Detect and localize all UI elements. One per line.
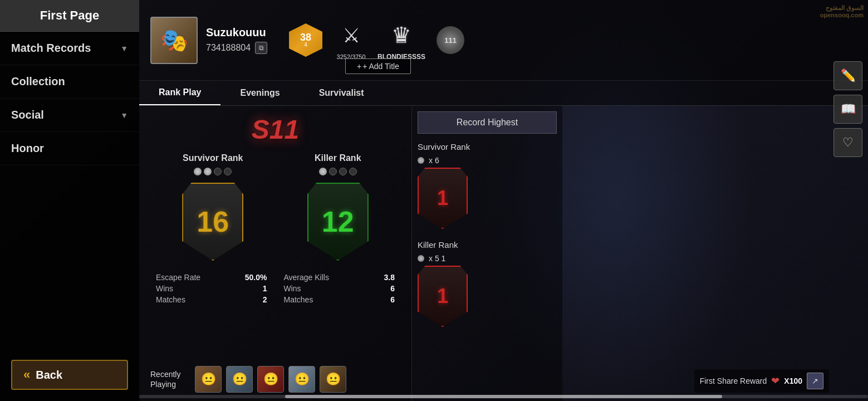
sidebar: First Page Match Records ▼ Collection So… bbox=[0, 0, 139, 401]
right-panel: Record Highest Survivor Rank x 6 1 Kille… bbox=[412, 106, 562, 401]
survivor-rank-dots bbox=[194, 168, 232, 175]
record-killer-x-row: x 5 1 bbox=[418, 254, 557, 263]
survivor-emblem: 16 bbox=[179, 180, 246, 263]
record-killer-emblem: 1 bbox=[418, 266, 468, 327]
avg-kills-value: 3.8 bbox=[384, 273, 395, 282]
main-content: S11 Survivor Rank 16 bbox=[139, 106, 868, 401]
stats-group: Escape Rate 50.0% Wins 1 Matches 2 Avera… bbox=[156, 272, 395, 305]
record-dot-killer bbox=[418, 255, 424, 262]
player-avatars: 😐 😐 😐 😐 😐 bbox=[195, 366, 346, 393]
survivor-wins-label: Wins bbox=[156, 284, 173, 293]
survivor-wins-value: 1 bbox=[263, 284, 267, 293]
heart-icon-button[interactable]: ♡ bbox=[833, 128, 862, 157]
killer-emblem: 12 bbox=[305, 180, 371, 263]
survivor-matches-value: 2 bbox=[263, 295, 267, 304]
record-survivor-section: Survivor Rank x 6 1 bbox=[418, 142, 557, 229]
stone-badge: 111 bbox=[437, 26, 464, 54]
list-item[interactable]: 😐 bbox=[257, 366, 284, 393]
record-highest-button[interactable]: Record Highest bbox=[418, 111, 557, 134]
dot-3 bbox=[214, 168, 222, 175]
left-panel: S11 Survivor Rank 16 bbox=[139, 106, 412, 401]
escape-rate-value: 50.0% bbox=[245, 273, 267, 282]
recently-playing-label: RecentlyPlaying bbox=[150, 369, 189, 389]
xp-bar-container: ⚔ bbox=[336, 21, 366, 51]
ranks-row: Survivor Rank 16 Killer Rank bbox=[139, 148, 411, 269]
sidebar-item-match-records[interactable]: Match Records ▼ bbox=[0, 32, 139, 65]
back-button[interactable]: « Back bbox=[11, 360, 128, 390]
player-id-row: 734188804 ⧉ bbox=[206, 42, 267, 54]
dot-1 bbox=[194, 168, 202, 175]
dot-2 bbox=[204, 168, 212, 175]
kdot-3 bbox=[339, 168, 347, 175]
list-item[interactable]: 😐 bbox=[226, 366, 253, 393]
kdot-2 bbox=[329, 168, 337, 175]
killer-emblem-wrapper: 12 bbox=[305, 180, 371, 263]
chevron-down-icon-social: ▼ bbox=[120, 111, 128, 120]
survivor-emblem-bg: 16 bbox=[182, 183, 243, 261]
pencil-icon-button[interactable]: ✏️ bbox=[833, 61, 862, 90]
level-sub: 4 bbox=[304, 42, 307, 48]
survivor-wins-row: Wins 1 bbox=[156, 283, 267, 294]
stone-badge-container: 111 bbox=[437, 26, 464, 54]
killer-rank-dots bbox=[319, 168, 357, 175]
survivor-rank-label: Survivor Rank bbox=[183, 153, 243, 163]
level-hexagon: 38 4 bbox=[289, 23, 322, 57]
record-dot-survivor bbox=[418, 157, 424, 164]
top-bar: 🎭 Suzukouuu 734188804 ⧉ 38 4 ⚔ 3252/3750… bbox=[139, 0, 868, 81]
killer-rank-label: Killer Rank bbox=[315, 153, 361, 163]
share-arrow-button[interactable]: ↗ bbox=[807, 373, 823, 389]
scroll-thumb bbox=[285, 395, 722, 398]
sidebar-item-collection[interactable]: Collection bbox=[0, 65, 139, 99]
killer-matches-value: 6 bbox=[390, 295, 395, 304]
stats-section: Escape Rate 50.0% Wins 1 Matches 2 Avera… bbox=[139, 269, 411, 308]
survivor-emblem-wrapper: 16 bbox=[179, 180, 246, 263]
record-survivor-x: x 6 bbox=[429, 156, 439, 165]
player-id: 734188804 bbox=[206, 43, 251, 53]
record-killer-x: x 5 1 bbox=[429, 254, 445, 263]
right-icons: ✏️ 📖 ♡ bbox=[833, 61, 862, 157]
tab-survivalist[interactable]: Survivalist bbox=[300, 81, 384, 105]
escape-rate-label: Escape Rate bbox=[156, 273, 200, 282]
survivor-rank-section: Survivor Rank 16 bbox=[179, 153, 246, 263]
sidebar-item-honor[interactable]: Honor bbox=[0, 132, 139, 165]
killer-emblem-bg: 12 bbox=[307, 183, 369, 261]
player-info: Suzukouuu 734188804 ⧉ bbox=[206, 26, 267, 54]
survivor-matches-label: Matches bbox=[156, 295, 185, 304]
survivor-rank-number: 16 bbox=[197, 205, 229, 238]
kdot-1 bbox=[319, 168, 327, 175]
tab-rank-play[interactable]: Rank Play bbox=[139, 81, 220, 105]
rank-badge: ♛ BLONDIESSSS bbox=[377, 20, 425, 61]
killer-rank-number: 12 bbox=[322, 205, 354, 238]
badges-area: 38 4 ⚔ 3252/3750 ♛ BLONDIESSSS 111 bbox=[287, 20, 464, 61]
list-item[interactable]: 😐 bbox=[288, 366, 315, 393]
heart-icon: ❤ bbox=[771, 375, 779, 387]
copy-id-button[interactable]: ⧉ bbox=[255, 42, 267, 54]
stone-number: 111 bbox=[444, 36, 457, 45]
nav-tabs: Rank Play Evenings Survivalist bbox=[139, 81, 868, 106]
sidebar-first-page[interactable]: First Page bbox=[0, 0, 139, 32]
back-arrow-icon: « bbox=[23, 368, 30, 382]
record-survivor-x-row: x 6 bbox=[418, 156, 557, 165]
killer-matches-row: Matches 6 bbox=[284, 294, 395, 305]
add-title-button[interactable]: + + Add Title bbox=[345, 58, 411, 74]
record-killer-section: Killer Rank x 5 1 1 bbox=[418, 240, 557, 327]
xp-bar-icon: ⚔ bbox=[342, 24, 360, 47]
share-reward-label: First Share Reward bbox=[700, 376, 767, 385]
survivor-stats-col: Escape Rate 50.0% Wins 1 Matches 2 bbox=[156, 272, 267, 305]
book-icon-button[interactable]: 📖 bbox=[833, 95, 862, 124]
player-name: Suzukouuu bbox=[206, 26, 267, 39]
kdot-4 bbox=[349, 168, 357, 175]
dot-4 bbox=[224, 168, 232, 175]
killer-wins-value: 6 bbox=[390, 284, 395, 293]
list-item[interactable]: 😐 bbox=[195, 366, 222, 393]
record-survivor-rank-num: 1 bbox=[437, 187, 448, 210]
killer-rank-section: Killer Rank 12 bbox=[305, 153, 371, 263]
scroll-bar[interactable] bbox=[139, 395, 868, 398]
list-item[interactable]: 😐 bbox=[320, 366, 346, 393]
killer-wins-label: Wins bbox=[284, 284, 301, 293]
record-killer-label: Killer Rank bbox=[418, 240, 557, 250]
tab-evenings[interactable]: Evenings bbox=[220, 81, 299, 105]
share-reward: First Share Reward ❤ X100 ↗ bbox=[694, 369, 829, 393]
sidebar-item-social[interactable]: Social ▼ bbox=[0, 99, 139, 132]
killer-wins-row: Wins 6 bbox=[284, 283, 395, 294]
